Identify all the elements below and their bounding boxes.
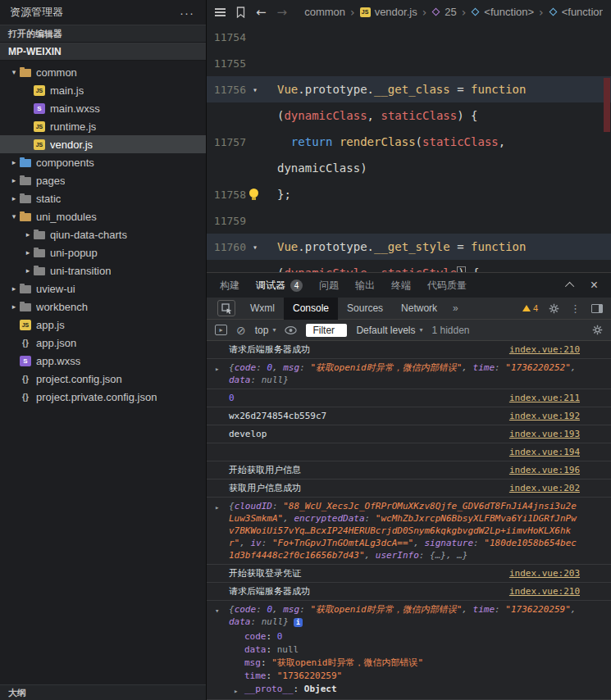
more-actions-icon[interactable]: ···	[180, 6, 194, 20]
devtools-tab-wxml[interactable]: Wxml	[241, 298, 284, 320]
chevron-down-icon[interactable]: ▾	[8, 68, 20, 76]
breadcrumb-item-function[interactable]: <function>	[471, 6, 534, 18]
breadcrumb-item-common[interactable]: common	[304, 6, 345, 18]
panel-tab-问题[interactable]: 问题	[319, 279, 339, 293]
source-link[interactable]: index.vue:194	[509, 446, 580, 458]
dock-side-icon[interactable]	[591, 304, 603, 313]
tree-item-workbench[interactable]: ▸workbench	[0, 298, 206, 316]
tree-item-app.json[interactable]: {}app.json	[0, 334, 206, 352]
devtools-menu-icon[interactable]: ⋮	[570, 302, 581, 315]
tree-item-uni_modules[interactable]: ▾uni_modules	[0, 207, 206, 225]
console-row: ▸{code: 0, msg: "获取openid时异常，微信内部错误", ti…	[207, 359, 611, 389]
chevron-right-icon[interactable]: ▸	[8, 194, 20, 202]
expand-arrow-icon[interactable]: ▸	[234, 684, 238, 698]
source-link[interactable]: index.vue:203	[509, 567, 580, 580]
forward-arrow-icon[interactable]: →	[277, 5, 288, 20]
code-editor[interactable]: 117541175511756▾Vue.prototype.__get_clas…	[207, 24, 611, 272]
outline-section[interactable]: 大纲	[0, 684, 206, 700]
breadcrumb-item-25[interactable]: 25	[431, 6, 456, 18]
devtools-tab-network[interactable]: Network	[392, 298, 446, 320]
panel-tab-label: 调试器	[256, 279, 285, 293]
tree-item-app.js[interactable]: JSapp.js	[0, 316, 206, 334]
clear-console-icon[interactable]: ⊘	[236, 324, 246, 337]
panel-tab-终端[interactable]: 终端	[391, 279, 411, 293]
tree-item-project.private.config.json[interactable]: {}project.private.config.json	[0, 388, 206, 406]
source-link[interactable]: index.vue:210	[509, 585, 580, 598]
chevron-right-icon[interactable]: ▸	[22, 266, 34, 275]
panel-maximize-icon[interactable]	[565, 282, 574, 291]
console-row: 获取用户信息成功index.vue:202	[207, 480, 611, 498]
console-filter-input[interactable]: Filter	[306, 324, 347, 337]
fold-icon[interactable]: ▾	[246, 243, 264, 252]
chevron-right-icon[interactable]: ▸	[22, 230, 34, 239]
panel-tab-代码质量[interactable]: 代码质量	[427, 279, 467, 293]
expand-arrow-icon[interactable]: ▸	[215, 502, 219, 514]
tree-item-app.wxss[interactable]: Sapp.wxss	[0, 352, 206, 370]
tree-item-pages[interactable]: ▸pages	[0, 171, 206, 189]
panel-tab-调试器[interactable]: 调试器4	[256, 279, 303, 293]
console-sidebar-icon[interactable]: ▸	[215, 325, 227, 335]
tree-item-label: app.js	[36, 319, 65, 331]
breadcrumb-item-vendor.js[interactable]: JSvendor.js	[360, 6, 417, 18]
back-arrow-icon[interactable]: ←	[256, 5, 267, 20]
tree-item-main.js[interactable]: JSmain.js	[0, 81, 206, 99]
chevron-right-icon[interactable]: ▸	[8, 176, 20, 184]
chevron-right-icon[interactable]: ▸	[8, 284, 20, 293]
tree-item-main.wxss[interactable]: Smain.wxss	[0, 99, 206, 117]
console-message-text: code: 0	[244, 631, 282, 642]
tree-item-static[interactable]: ▸static	[0, 189, 206, 207]
tree-item-runtime.js[interactable]: JSruntime.js	[0, 117, 206, 135]
source-link[interactable]: index.vue:193	[509, 428, 580, 440]
context-selector[interactable]: top▾	[255, 325, 276, 336]
fold-icon[interactable]: ▾	[246, 85, 264, 94]
panel-close-icon[interactable]: ×	[590, 279, 598, 292]
code-text: (dynamicStyle, staticStyle) {	[264, 266, 479, 272]
source-link[interactable]: index.vue:196	[509, 464, 580, 476]
tree-item-uview-ui[interactable]: ▸uview-ui	[0, 280, 206, 298]
source-link[interactable]: index.vue:210	[509, 343, 580, 356]
chevron-down-icon[interactable]: ▾	[8, 212, 20, 220]
tree-item-qiun-data-charts[interactable]: ▸qiun-data-charts	[0, 225, 206, 243]
source-link[interactable]: index.vue:192	[509, 410, 580, 422]
tree-item-label: uni-transition	[50, 265, 111, 277]
source-link[interactable]: index.vue:211	[509, 392, 580, 404]
panel-tab-输出[interactable]: 输出	[355, 279, 375, 293]
breadcrumb-separator: ›	[462, 6, 467, 19]
chevron-right-icon[interactable]: ▸	[8, 302, 20, 311]
open-editors-list-icon[interactable]	[215, 8, 226, 16]
breadcrumb-label: <function>	[484, 6, 534, 18]
bookmark-icon[interactable]	[236, 7, 245, 18]
editor-scrollbar[interactable]	[604, 78, 610, 132]
console-warning-count[interactable]: 4	[522, 303, 538, 313]
tree-item-uni-popup[interactable]: ▸uni-popup	[0, 243, 206, 261]
console-settings-icon[interactable]	[592, 325, 603, 335]
panel-tab-label: 代码质量	[427, 279, 467, 293]
log-level-selector[interactable]: Default levels▾	[356, 325, 422, 336]
chevron-right-icon[interactable]: ▸	[22, 248, 34, 257]
info-icon[interactable]: i	[294, 618, 303, 627]
panel-tab-bar: 构建调试器4问题输出终端代码质量 ×	[207, 273, 611, 298]
collapse-arrow-icon[interactable]: ▾	[215, 605, 219, 617]
devtools-tab-sources[interactable]: Sources	[338, 298, 392, 320]
tree-item-components[interactable]: ▸components	[0, 153, 206, 171]
expand-arrow-icon[interactable]: ▸	[215, 363, 219, 375]
project-section[interactable]: MP-WEIXIN	[0, 43, 206, 61]
chevron-right-icon[interactable]: ▸	[8, 158, 20, 166]
folder-icon	[34, 267, 45, 275]
inspect-element-icon[interactable]	[217, 300, 235, 316]
open-editors-section[interactable]: 打开的编辑器	[0, 25, 206, 43]
tree-item-common[interactable]: ▾common	[0, 63, 206, 81]
lightbulb-icon[interactable]	[249, 189, 258, 198]
editor-line-11758: 11758};	[207, 181, 611, 207]
more-tabs-icon[interactable]: »	[446, 302, 465, 314]
devtools-tab-console[interactable]: Console	[284, 298, 338, 320]
devtools-settings-icon[interactable]	[549, 303, 559, 314]
source-link[interactable]: index.vue:202	[509, 482, 580, 494]
tree-item-uni-transition[interactable]: ▸uni-transition	[0, 261, 206, 280]
breadcrumb-item-function[interactable]: <function>	[549, 6, 603, 18]
panel-tab-构建[interactable]: 构建	[220, 279, 239, 293]
tree-item-vendor.js[interactable]: JSvendor.js	[0, 135, 206, 153]
tree-item-project.config.json[interactable]: {}project.config.json	[0, 370, 206, 388]
live-expression-icon[interactable]	[285, 326, 297, 334]
devtools-tabs: WxmlConsoleSourcesNetwork	[241, 298, 446, 320]
